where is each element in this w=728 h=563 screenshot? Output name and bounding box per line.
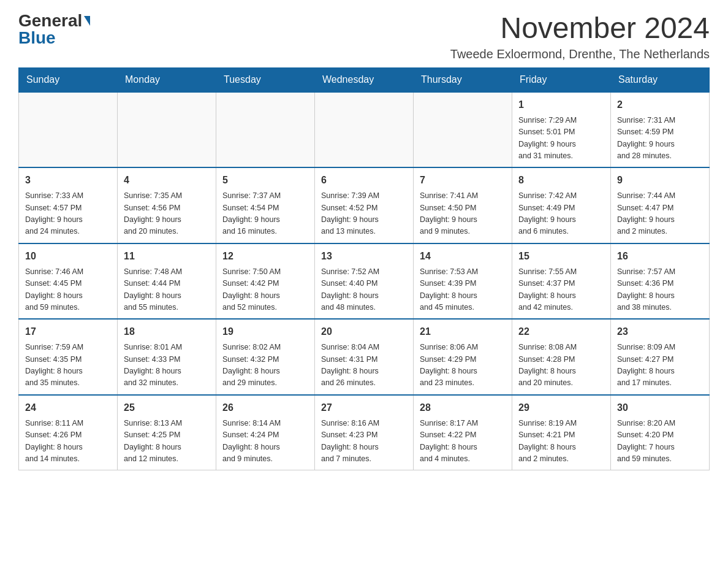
logo-triangle-icon (84, 16, 90, 26)
day-info: Sunrise: 7:42 AM Sunset: 4:49 PM Dayligh… (518, 190, 604, 238)
day-number: 14 (420, 249, 506, 264)
calendar-cell: 30Sunrise: 8:20 AM Sunset: 4:20 PM Dayli… (611, 395, 710, 470)
day-info: Sunrise: 7:35 AM Sunset: 4:56 PM Dayligh… (124, 190, 210, 238)
day-number: 2 (617, 98, 703, 112)
calendar-cell: 14Sunrise: 7:53 AM Sunset: 4:39 PM Dayli… (414, 243, 512, 320)
day-info: Sunrise: 7:50 AM Sunset: 4:42 PM Dayligh… (222, 266, 308, 314)
calendar-cell: 7Sunrise: 7:41 AM Sunset: 4:50 PM Daylig… (414, 167, 512, 243)
calendar-cell: 28Sunrise: 8:17 AM Sunset: 4:22 PM Dayli… (414, 395, 512, 470)
day-info: Sunrise: 8:09 AM Sunset: 4:27 PM Dayligh… (617, 342, 703, 389)
day-number: 13 (321, 249, 407, 264)
calendar-header-row: SundayMondayTuesdayWednesdayThursdayFrid… (19, 67, 710, 92)
calendar-cell: 3Sunrise: 7:33 AM Sunset: 4:57 PM Daylig… (19, 167, 118, 243)
day-number: 28 (420, 400, 506, 415)
day-info: Sunrise: 7:37 AM Sunset: 4:54 PM Dayligh… (222, 190, 308, 238)
calendar-cell (19, 92, 118, 168)
calendar-cell: 12Sunrise: 7:50 AM Sunset: 4:42 PM Dayli… (216, 243, 315, 320)
calendar-cell: 5Sunrise: 7:37 AM Sunset: 4:54 PM Daylig… (216, 167, 315, 243)
calendar-cell: 20Sunrise: 8:04 AM Sunset: 4:31 PM Dayli… (315, 319, 414, 395)
day-number: 22 (518, 324, 604, 339)
day-info: Sunrise: 7:31 AM Sunset: 4:59 PM Dayligh… (617, 115, 703, 163)
calendar-cell: 8Sunrise: 7:42 AM Sunset: 4:49 PM Daylig… (512, 167, 611, 243)
week-row-3: 10Sunrise: 7:46 AM Sunset: 4:45 PM Dayli… (19, 243, 710, 320)
week-row-1: 1Sunrise: 7:29 AM Sunset: 5:01 PM Daylig… (19, 92, 710, 168)
day-info: Sunrise: 8:19 AM Sunset: 4:21 PM Dayligh… (518, 418, 604, 465)
day-info: Sunrise: 8:06 AM Sunset: 4:29 PM Dayligh… (420, 342, 506, 389)
week-row-2: 3Sunrise: 7:33 AM Sunset: 4:57 PM Daylig… (19, 167, 710, 243)
day-info: Sunrise: 8:20 AM Sunset: 4:20 PM Dayligh… (617, 418, 703, 465)
day-info: Sunrise: 7:46 AM Sunset: 4:45 PM Dayligh… (25, 266, 111, 314)
day-number: 25 (124, 400, 210, 415)
weekday-header-friday: Friday (512, 67, 611, 92)
logo: General Blue (18, 12, 90, 47)
day-number: 30 (617, 400, 703, 415)
day-info: Sunrise: 8:13 AM Sunset: 4:25 PM Dayligh… (124, 418, 210, 465)
day-number: 12 (222, 249, 308, 264)
calendar-cell: 25Sunrise: 8:13 AM Sunset: 4:25 PM Dayli… (118, 395, 216, 470)
calendar-table: SundayMondayTuesdayWednesdayThursdayFrid… (18, 67, 710, 471)
week-row-5: 24Sunrise: 8:11 AM Sunset: 4:26 PM Dayli… (19, 395, 710, 470)
day-number: 8 (518, 173, 604, 188)
calendar-cell: 27Sunrise: 8:16 AM Sunset: 4:23 PM Dayli… (315, 395, 414, 470)
day-info: Sunrise: 8:11 AM Sunset: 4:26 PM Dayligh… (25, 418, 111, 465)
day-number: 4 (124, 173, 210, 188)
day-number: 26 (222, 400, 308, 415)
month-title: November 2024 (450, 12, 710, 45)
calendar-cell: 18Sunrise: 8:01 AM Sunset: 4:33 PM Dayli… (118, 319, 216, 395)
weekday-header-sunday: Sunday (19, 67, 118, 92)
day-number: 10 (25, 249, 111, 264)
day-info: Sunrise: 7:53 AM Sunset: 4:39 PM Dayligh… (420, 266, 506, 314)
day-number: 27 (321, 400, 407, 415)
calendar-cell (118, 92, 216, 168)
day-number: 17 (25, 324, 111, 339)
weekday-header-saturday: Saturday (611, 67, 710, 92)
day-number: 16 (617, 249, 703, 264)
calendar-cell: 21Sunrise: 8:06 AM Sunset: 4:29 PM Dayli… (414, 319, 512, 395)
calendar-cell: 10Sunrise: 7:46 AM Sunset: 4:45 PM Dayli… (19, 243, 118, 320)
day-info: Sunrise: 7:29 AM Sunset: 5:01 PM Dayligh… (518, 115, 604, 163)
calendar-cell: 17Sunrise: 7:59 AM Sunset: 4:35 PM Dayli… (19, 319, 118, 395)
day-info: Sunrise: 8:08 AM Sunset: 4:28 PM Dayligh… (518, 342, 604, 389)
calendar-cell: 29Sunrise: 8:19 AM Sunset: 4:21 PM Dayli… (512, 395, 611, 470)
calendar-cell: 22Sunrise: 8:08 AM Sunset: 4:28 PM Dayli… (512, 319, 611, 395)
calendar-cell: 1Sunrise: 7:29 AM Sunset: 5:01 PM Daylig… (512, 92, 611, 168)
day-info: Sunrise: 7:59 AM Sunset: 4:35 PM Dayligh… (25, 342, 111, 389)
calendar-cell: 13Sunrise: 7:52 AM Sunset: 4:40 PM Dayli… (315, 243, 414, 320)
calendar-cell: 23Sunrise: 8:09 AM Sunset: 4:27 PM Dayli… (611, 319, 710, 395)
calendar-cell: 19Sunrise: 8:02 AM Sunset: 4:32 PM Dayli… (216, 319, 315, 395)
day-number: 7 (420, 173, 506, 188)
calendar-cell (414, 92, 512, 168)
calendar-cell: 16Sunrise: 7:57 AM Sunset: 4:36 PM Dayli… (611, 243, 710, 320)
weekday-header-thursday: Thursday (414, 67, 512, 92)
day-number: 24 (25, 400, 111, 415)
day-info: Sunrise: 7:41 AM Sunset: 4:50 PM Dayligh… (420, 190, 506, 238)
weekday-header-wednesday: Wednesday (315, 67, 414, 92)
title-area: November 2024 Tweede Exloermond, Drenthe… (450, 12, 710, 61)
day-info: Sunrise: 8:01 AM Sunset: 4:33 PM Dayligh… (124, 342, 210, 389)
day-info: Sunrise: 7:57 AM Sunset: 4:36 PM Dayligh… (617, 266, 703, 314)
day-number: 18 (124, 324, 210, 339)
calendar-cell (216, 92, 315, 168)
day-number: 6 (321, 173, 407, 188)
day-number: 15 (518, 249, 604, 264)
day-number: 21 (420, 324, 506, 339)
day-number: 20 (321, 324, 407, 339)
day-info: Sunrise: 7:39 AM Sunset: 4:52 PM Dayligh… (321, 190, 407, 238)
day-number: 19 (222, 324, 308, 339)
day-info: Sunrise: 7:33 AM Sunset: 4:57 PM Dayligh… (25, 190, 111, 238)
page-header: General Blue November 2024 Tweede Exloer… (18, 12, 710, 61)
day-info: Sunrise: 8:02 AM Sunset: 4:32 PM Dayligh… (222, 342, 308, 389)
location-subtitle: Tweede Exloermond, Drenthe, The Netherla… (450, 47, 710, 61)
calendar-cell: 24Sunrise: 8:11 AM Sunset: 4:26 PM Dayli… (19, 395, 118, 470)
day-number: 11 (124, 249, 210, 264)
day-number: 29 (518, 400, 604, 415)
day-info: Sunrise: 7:44 AM Sunset: 4:47 PM Dayligh… (617, 190, 703, 238)
day-info: Sunrise: 7:52 AM Sunset: 4:40 PM Dayligh… (321, 266, 407, 314)
logo-general: General (18, 12, 82, 29)
day-info: Sunrise: 8:04 AM Sunset: 4:31 PM Dayligh… (321, 342, 407, 389)
calendar-cell: 6Sunrise: 7:39 AM Sunset: 4:52 PM Daylig… (315, 167, 414, 243)
day-info: Sunrise: 8:16 AM Sunset: 4:23 PM Dayligh… (321, 418, 407, 465)
day-number: 9 (617, 173, 703, 188)
calendar-cell: 15Sunrise: 7:55 AM Sunset: 4:37 PM Dayli… (512, 243, 611, 320)
calendar-cell: 9Sunrise: 7:44 AM Sunset: 4:47 PM Daylig… (611, 167, 710, 243)
